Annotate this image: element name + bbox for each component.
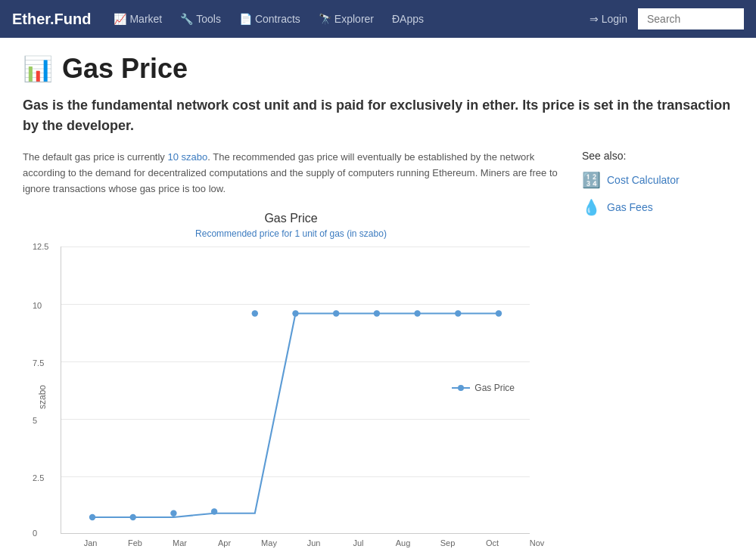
x-label-jan: Jan bbox=[72, 538, 110, 547]
chart-subtitle: Recommended price for 1 unit of gas (in … bbox=[23, 228, 559, 239]
y-tick-5: 5 bbox=[33, 416, 37, 425]
see-also-title: See also: bbox=[582, 150, 733, 162]
dot-jan bbox=[89, 514, 95, 520]
desc-part1: The default gas price is currently bbox=[23, 151, 167, 163]
dot-jul bbox=[333, 311, 339, 317]
dot-may bbox=[252, 311, 258, 317]
dot-feb bbox=[130, 514, 136, 520]
nav-dapps[interactable]: ÐApps bbox=[384, 8, 431, 29]
dot-mar bbox=[170, 510, 176, 516]
x-label-mar: Mar bbox=[161, 538, 199, 547]
y-tick-2.5: 2.5 bbox=[33, 473, 44, 482]
x-label-sep: Sep bbox=[429, 538, 467, 547]
y-tick-7.5: 7.5 bbox=[33, 358, 44, 368]
dot-oct bbox=[455, 311, 461, 317]
legend-label: Gas Price bbox=[474, 383, 515, 393]
chart-container: Gas Price Recommended price for 1 unit o… bbox=[23, 212, 559, 549]
dot-aug bbox=[374, 311, 380, 317]
cost-calculator-label: Cost Calculator bbox=[607, 174, 680, 186]
dot-apr bbox=[211, 509, 217, 515]
x-label-jul: Jul bbox=[340, 538, 378, 547]
x-label-may: May bbox=[250, 538, 288, 547]
dot-sep bbox=[414, 311, 420, 317]
x-label-oct: Oct bbox=[474, 538, 512, 547]
chart-legend: Gas Price bbox=[452, 383, 515, 393]
x-axis-labels: Jan Feb Mar Apr May Jun Jul Aug Sep Oct … bbox=[61, 538, 559, 547]
x-label-apr: Apr bbox=[206, 538, 244, 547]
search-input[interactable] bbox=[638, 8, 744, 29]
description: The default gas price is currently 10 sz… bbox=[23, 150, 559, 197]
dot-jun bbox=[292, 311, 298, 317]
chart-wrapper: szabo 12.5 10 7.5 5 2.5 0 bbox=[61, 247, 559, 547]
nav-links: 📈 Market 🔧 Tools 📄 Contracts 🔭 Explorer … bbox=[106, 8, 638, 29]
chart-icon: 📊 bbox=[23, 54, 53, 83]
x-label-aug: Aug bbox=[384, 538, 422, 547]
chart-title: Gas Price bbox=[23, 212, 559, 225]
right-content: See also: 🔢 Cost Calculator 💧 Gas Fees bbox=[582, 150, 733, 549]
legend-dot bbox=[458, 385, 464, 391]
gas-fees-label: Gas Fees bbox=[607, 201, 653, 213]
gas-fees-icon: 💧 bbox=[582, 198, 601, 216]
y-tick-0: 0 bbox=[33, 529, 37, 538]
y-tick-10: 10 bbox=[33, 301, 42, 310]
page-subtitle: Gas is the fundamental network cost unit… bbox=[23, 95, 733, 136]
brand[interactable]: Ether.Fund bbox=[12, 11, 91, 28]
legend-line bbox=[452, 387, 470, 389]
left-content: The default gas price is currently 10 sz… bbox=[23, 150, 559, 549]
chart-area: 12.5 10 7.5 5 2.5 0 bbox=[61, 247, 530, 534]
gas-fees-link[interactable]: 💧 Gas Fees bbox=[582, 198, 733, 216]
x-label-nov: Nov bbox=[518, 538, 556, 547]
page-title: Gas Price bbox=[62, 53, 188, 85]
content-area: The default gas price is currently 10 sz… bbox=[23, 150, 733, 549]
x-label-feb: Feb bbox=[117, 538, 154, 547]
chart-line bbox=[92, 314, 499, 518]
main-content: 📊 Gas Price Gas is the fundamental netwo… bbox=[0, 38, 756, 549]
cost-calculator-link[interactable]: 🔢 Cost Calculator bbox=[582, 171, 733, 189]
calculator-icon: 🔢 bbox=[582, 171, 601, 189]
nav-explorer[interactable]: 🔭 Explorer bbox=[311, 8, 381, 29]
dot-nov bbox=[496, 311, 502, 317]
navbar: Ether.Fund 📈 Market 🔧 Tools 📄 Contracts … bbox=[0, 0, 756, 38]
y-tick-12.5: 12.5 bbox=[33, 242, 48, 251]
y-axis-label: szabo bbox=[37, 385, 48, 409]
default-price-link[interactable]: 10 szabo bbox=[167, 151, 207, 163]
nav-login[interactable]: ⇒ Login bbox=[579, 8, 638, 29]
nav-contracts[interactable]: 📄 Contracts bbox=[232, 8, 308, 29]
x-label-jun: Jun bbox=[295, 538, 333, 547]
nav-tools[interactable]: 🔧 Tools bbox=[173, 8, 229, 29]
title-row: 📊 Gas Price bbox=[23, 53, 733, 85]
nav-market[interactable]: 📈 Market bbox=[106, 8, 170, 29]
